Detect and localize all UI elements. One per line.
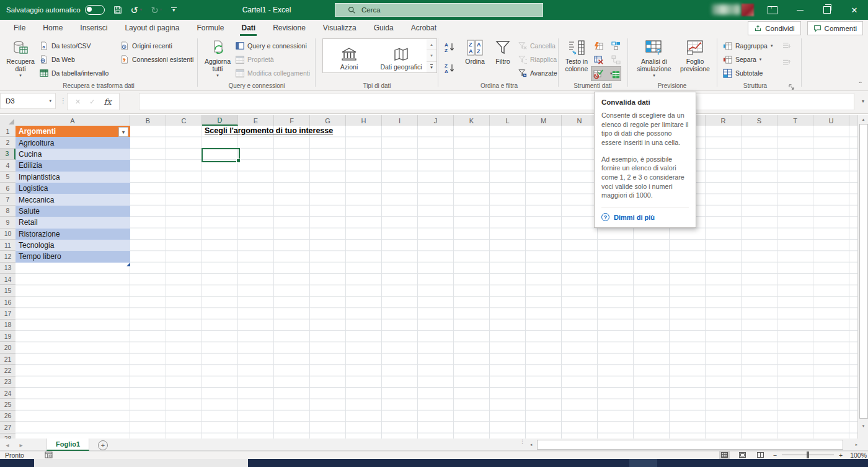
restore-button[interactable] — [813, 0, 841, 20]
origini-recenti-button[interactable]: Origini recenti — [120, 40, 172, 52]
da-testo-csv-button[interactable]: a Da testo/CSV — [40, 40, 91, 52]
scroll-right-arrow[interactable]: ▸ — [851, 440, 862, 448]
raggruppa-button[interactable]: Raggruppa ▾ — [723, 40, 773, 52]
separa-button[interactable]: Separa ▾ — [723, 53, 761, 66]
close-button[interactable]: ✕ — [841, 0, 868, 20]
tab-dati[interactable]: Dati — [232, 20, 264, 36]
row-header-18[interactable]: 18 — [0, 320, 16, 331]
consolida-button[interactable] — [611, 40, 621, 52]
riapplica-button[interactable]: Riapplica — [518, 53, 557, 66]
fill-handle[interactable] — [236, 159, 241, 163]
rimuovi-duplicati-button[interactable] — [594, 53, 603, 66]
avatar[interactable] — [742, 4, 754, 16]
next-sheet-arrow[interactable]: ▸ — [15, 439, 27, 451]
autosave-control[interactable]: Salvataggio automatico — [6, 5, 105, 15]
row-header-26[interactable]: 26 — [0, 411, 16, 422]
anteprima-riempimento-button[interactable] — [594, 40, 603, 52]
row-header-19[interactable]: 19 — [0, 331, 16, 342]
column-header-C[interactable]: C — [166, 115, 202, 126]
zoom-out-button[interactable]: − — [773, 452, 777, 459]
sort-az-button[interactable]: AZ — [444, 41, 455, 53]
tab-file[interactable]: File — [5, 20, 34, 36]
column-header-K[interactable]: K — [454, 115, 490, 126]
undo-button[interactable]: ↺▾ — [131, 6, 143, 15]
ordina-button[interactable]: ZAAZ Ordina — [460, 37, 490, 82]
tab-guida[interactable]: Guida — [365, 20, 402, 36]
tab-home[interactable]: Home — [34, 20, 71, 36]
customize-qat-button[interactable]: ▾ — [171, 7, 177, 13]
accessibility-checker-icon[interactable] — [45, 452, 53, 458]
select-all-corner[interactable] — [0, 115, 16, 126]
name-box-caret[interactable]: ▾ — [49, 98, 51, 103]
da-tabella-intervallo-button[interactable]: Da tabella/intervallo — [40, 67, 108, 79]
row-header-28[interactable]: 28 — [0, 434, 16, 439]
column-header-R[interactable]: R — [706, 115, 742, 126]
row-header-2[interactable]: 2 — [0, 137, 16, 148]
row-header-22[interactable]: 22 — [0, 365, 16, 376]
testo-in-colonne-button[interactable]: Testo in colonne — [562, 37, 591, 82]
row-header-4[interactable]: 4 — [0, 160, 16, 171]
row-header-1[interactable]: 1 — [0, 126, 16, 137]
vertical-scrollbar[interactable]: ▴ ▾ — [857, 115, 868, 439]
collapse-ribbon-button[interactable]: ⌃ — [858, 81, 863, 87]
relazioni-button[interactable] — [611, 53, 621, 66]
foglio-previsione-button[interactable]: Foglio previsione — [677, 37, 713, 82]
view-page-break-button[interactable] — [755, 451, 766, 459]
row-header-20[interactable]: 20 — [0, 342, 16, 353]
column-header-F[interactable]: F — [274, 115, 310, 126]
sheet-tab-foglio1[interactable]: Foglio1 — [46, 439, 89, 451]
zoom-level[interactable]: 100% — [850, 452, 867, 459]
table-resize-handle[interactable] — [126, 263, 130, 266]
row-header-5[interactable]: 5 — [0, 172, 16, 183]
row-header-14[interactable]: 14 — [0, 274, 16, 285]
proprieta-button[interactable]: Proprietà — [236, 53, 274, 66]
row-header-13[interactable]: 13 — [0, 263, 16, 274]
table-row[interactable]: Cucina — [16, 149, 130, 160]
query-connessioni-button[interactable]: Query e connessioni — [236, 40, 307, 52]
column-header-B[interactable]: B — [130, 115, 166, 126]
column-header-U[interactable]: U — [813, 115, 849, 126]
da-web-button[interactable]: Da Web — [40, 53, 75, 66]
column-header-S[interactable]: S — [742, 115, 777, 126]
column-header-E[interactable]: E — [238, 115, 274, 126]
view-page-layout-button[interactable] — [737, 451, 748, 459]
formula-input[interactable] — [139, 93, 854, 110]
horizontal-scroll-thumb[interactable] — [537, 440, 843, 450]
aggiorna-tutti-button[interactable]: Aggiorna tutti ▾ — [201, 37, 234, 82]
row-header-7[interactable]: 7 — [0, 194, 16, 205]
tab-layout-di-pagina[interactable]: Layout di pagina — [116, 20, 188, 36]
filter-dropdown-button[interactable]: ▾ — [118, 127, 128, 137]
name-box[interactable]: D3 ▾ — [0, 93, 56, 109]
table-row[interactable]: Retail — [16, 217, 130, 228]
mostra-dettaglio-button[interactable] — [782, 40, 791, 52]
column-header-H[interactable]: H — [346, 115, 382, 126]
row-header-12[interactable]: 12 — [0, 251, 16, 262]
modifica-collegamenti-button[interactable]: Modifica collegamenti — [236, 67, 310, 79]
gallery-up-button[interactable]: ▴ — [427, 39, 436, 50]
table-row[interactable]: Agricoltura — [16, 137, 130, 148]
minimize-button[interactable] — [786, 0, 813, 20]
gallery-down-button[interactable]: ▾ — [427, 50, 436, 61]
table-row[interactable]: Impiantistica — [16, 172, 130, 183]
tab-visualizza[interactable]: Visualizza — [314, 20, 365, 36]
tab-inserisci[interactable]: Inserisci — [71, 20, 116, 36]
azioni-data-type[interactable]: Azioni — [323, 39, 375, 72]
row-header-6[interactable]: 6 — [0, 183, 16, 194]
scroll-left-arrow[interactable]: ◂ — [526, 440, 536, 448]
row-header-3[interactable]: 3 — [0, 149, 16, 160]
horizontal-scrollbar[interactable]: ◂ ▸ — [526, 439, 862, 450]
subtotale-button[interactable]: Subtotale — [723, 67, 763, 79]
user-account-name[interactable] — [712, 4, 740, 15]
comments-button[interactable]: Commenti — [807, 21, 863, 35]
column-header-T[interactable]: T — [777, 115, 813, 126]
table-row[interactable]: Meccanica — [16, 194, 130, 205]
selected-cell[interactable] — [202, 148, 240, 162]
autosave-toggle[interactable] — [85, 5, 105, 15]
row-header-16[interactable]: 16 — [0, 297, 16, 308]
tab-revisione[interactable]: Revisione — [264, 20, 314, 36]
confirm-entry-icon[interactable]: ✓ — [89, 98, 95, 106]
table-row[interactable]: Salute — [16, 206, 130, 217]
insert-function-icon[interactable]: fx — [104, 97, 111, 107]
table-row[interactable]: Logistica — [16, 183, 130, 194]
tab-formule[interactable]: Formule — [188, 20, 232, 36]
